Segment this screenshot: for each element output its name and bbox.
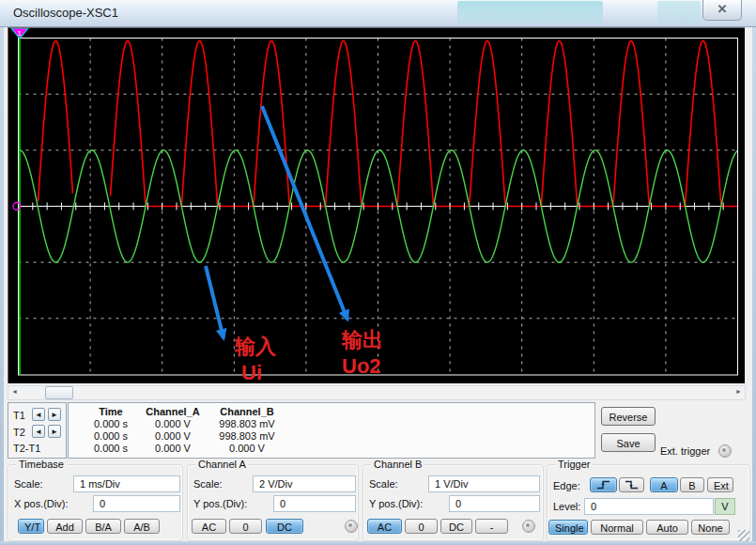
timebase-xpos-input[interactable]: 0: [93, 495, 180, 512]
channel-a-ac-button[interactable]: AC: [192, 519, 226, 534]
trigger-none-button[interactable]: None: [691, 520, 730, 535]
oscilloscope-window: Oscilloscope-XSC1 ✕ 1: [0, 0, 756, 545]
channel-b-ypos-input[interactable]: 0: [449, 495, 540, 512]
trigger-level-input[interactable]: 0: [584, 498, 714, 515]
channel-b-ac-button[interactable]: AC: [367, 519, 402, 534]
channel-b-terminal-icon[interactable]: [522, 520, 535, 533]
channel-b-group: Channel B Scale: 1 V/Div Y pos.(Div): 0 …: [363, 464, 544, 541]
trigger-source-a-button[interactable]: A: [650, 477, 678, 492]
channel-a-zero-button[interactable]: 0: [229, 519, 262, 534]
trigger-level-label: Level:: [553, 501, 580, 512]
reverse-button[interactable]: Reverse: [601, 407, 656, 426]
channel-a-title: Channel A: [195, 459, 249, 470]
titlebar-glass-reflection: [657, 1, 701, 24]
save-button[interactable]: Save: [601, 433, 656, 452]
ext-trigger-label: Ext. trigger: [660, 445, 710, 457]
timebase-scale-input[interactable]: 1 ms/Div: [73, 475, 180, 492]
trigger-falling-edge-button[interactable]: [619, 477, 644, 492]
trigger-single-button[interactable]: Single: [548, 520, 588, 535]
channel-b-scale-input[interactable]: 1 V/Div: [428, 475, 540, 492]
rising-edge-icon: [591, 478, 616, 491]
resize-grip-icon[interactable]: [738, 530, 749, 541]
titlebar[interactable]: Oscilloscope-XSC1 ✕: [0, 0, 756, 27]
t2-left-button[interactable]: ◄: [32, 425, 45, 438]
cursor-select-box: T1 ◄ ► T2 ◄ ► T2-T1: [8, 402, 67, 459]
annotation-output-symbol: Uo2: [342, 355, 381, 378]
trigger-title: Trigger: [555, 459, 593, 470]
ext-trigger-terminal-icon[interactable]: [718, 444, 732, 458]
timebase-ba-button[interactable]: B/A: [85, 519, 121, 534]
scope-hscrollbar[interactable]: ◄ ►: [8, 385, 746, 400]
cursor-t1-label: T1: [13, 410, 25, 421]
trigger-source-ext-button[interactable]: Ext: [707, 477, 733, 492]
trigger-normal-button[interactable]: Normal: [591, 520, 643, 535]
channel-a-dc-button[interactable]: DC: [266, 519, 303, 534]
annotation-input-text: 输入: [235, 335, 276, 358]
channel-a-group: Channel A Scale: 2 V/Div Y pos.(Div): 0 …: [187, 464, 359, 541]
window-frame-right: [752, 26, 756, 545]
trigger-edge-label: Edge:: [553, 480, 580, 491]
close-button[interactable]: ✕: [702, 0, 742, 21]
close-icon: ✕: [717, 2, 728, 16]
t1-channel-b: 998.803 mV: [200, 418, 294, 429]
channel-b-zero-button[interactable]: 0: [405, 519, 438, 534]
cursor-t2t1-label: T2-T1: [13, 443, 40, 454]
t2-right-button[interactable]: ►: [48, 425, 61, 438]
trigger-group: Trigger Edge: A B Ext Level: 0 V Single …: [547, 464, 750, 541]
measurement-readout: Time Channel_A Channel_B 0.000 s 0.000 V…: [68, 402, 595, 459]
channel-b-dc-button[interactable]: DC: [440, 519, 472, 534]
titlebar-glass-reflection: [457, 1, 603, 24]
falling-edge-icon: [620, 478, 643, 491]
timebase-ab-button[interactable]: A/B: [124, 519, 160, 534]
trigger-rising-edge-button[interactable]: [590, 477, 617, 492]
cursor-t2-label: T2: [13, 427, 25, 438]
channel-a-terminal-icon[interactable]: [345, 520, 358, 533]
channel-a-ypos-input[interactable]: 0: [273, 495, 356, 512]
channel-b-minus-button[interactable]: -: [475, 519, 508, 534]
scroll-right-icon[interactable]: ►: [733, 386, 745, 397]
timebase-title: Timebase: [16, 459, 67, 470]
annotation-output-text: 输出: [342, 329, 383, 351]
channel-b-title: Channel B: [371, 459, 424, 470]
timebase-xpos-label: X pos.(Div):: [14, 498, 68, 509]
timebase-scale-label: Scale:: [14, 478, 43, 490]
timebase-add-button[interactable]: Add: [47, 519, 83, 534]
scroll-left-icon[interactable]: ◄: [8, 386, 21, 397]
col-header-channel-b: Channel_B: [200, 406, 294, 417]
trigger-auto-button[interactable]: Auto: [646, 520, 688, 535]
t1-left-button[interactable]: ◄: [32, 408, 45, 421]
window-frame-bottom: [0, 541, 756, 545]
window-frame-left: [0, 26, 4, 545]
cursor1-number: 1: [18, 29, 23, 38]
channel-b-ypos-label: Y pos.(Div):: [369, 498, 423, 509]
scrollbar-thumb[interactable]: [45, 386, 73, 399]
trigger-source-b-button[interactable]: B: [680, 477, 704, 492]
t1-right-button[interactable]: ►: [48, 408, 61, 421]
channel-a-scale-label: Scale:: [193, 478, 223, 490]
window-title: Oscilloscope-XSC1: [13, 6, 118, 20]
timebase-yt-button[interactable]: Y/T: [18, 519, 44, 534]
timebase-group: Timebase Scale: 1 ms/Div X pos.(Div): 0 …: [8, 464, 183, 541]
annotation-input-symbol: Ui: [241, 362, 262, 384]
t2-channel-b: 998.803 mV: [200, 430, 294, 442]
t2t1-channel-b: 0.000 V: [200, 443, 294, 454]
trigger-level-unit-select[interactable]: V: [715, 498, 735, 515]
channel-b-scale-label: Scale:: [369, 478, 398, 490]
channel-a-ypos-label: Y pos.(Div):: [193, 498, 247, 509]
channel-a-scale-input[interactable]: 2 V/Div: [253, 475, 356, 492]
